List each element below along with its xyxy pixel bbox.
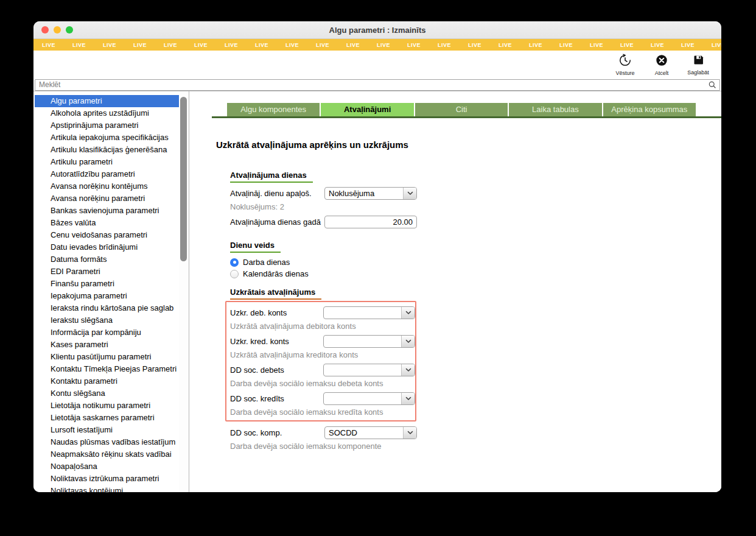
live-label: LIVE bbox=[125, 42, 155, 48]
sidebar-item[interactable]: EDI Parametri bbox=[35, 266, 179, 278]
sidebar-item[interactable]: Lursoft iestatījumi bbox=[35, 424, 179, 436]
account-field-label: DD soc. kredīts bbox=[230, 394, 323, 403]
account-select[interactable] bbox=[323, 306, 415, 319]
radio-calendar-days[interactable]: Kalendārās dienas bbox=[230, 269, 431, 278]
highlighted-fields-box: Uzkr. deb. konts Uzkrātā atvaļinājuma de… bbox=[225, 301, 416, 421]
sidebar-item[interactable]: Ieraksta rindu kārtošana pie saglab bbox=[35, 302, 179, 314]
save-floppy-icon bbox=[692, 54, 705, 69]
sidebar-item[interactable]: Noliktavas kontējumi bbox=[35, 485, 179, 492]
soc-component-select[interactable]: SOCDD bbox=[324, 426, 417, 439]
sidebar-item[interactable]: Klientu pasūtījumu parametri bbox=[35, 351, 179, 363]
search-bar bbox=[33, 79, 721, 91]
sidebar-item[interactable]: Kontaktu Tīmekļa Pieejas Parametri bbox=[35, 363, 179, 375]
chevron-down-icon bbox=[403, 188, 416, 199]
sidebar-item[interactable]: Noliktavas iztrūkuma parametri bbox=[35, 473, 179, 485]
tab[interactable]: Laika tabulas bbox=[509, 103, 601, 116]
account-select[interactable] bbox=[323, 392, 415, 405]
sidebar-item[interactable]: Lietotāja saskarnes parametri bbox=[35, 412, 179, 424]
days-per-year-label: Atvaļinājuma dienas gadā bbox=[230, 217, 324, 227]
sidebar-item[interactable]: Bankas savienojuma parametri bbox=[35, 205, 179, 217]
sidebar-item[interactable]: Neapmaksāto rēķinu skats vadībai bbox=[35, 448, 179, 460]
account-field-label: Uzkr. deb. konts bbox=[230, 308, 323, 317]
app-body: Algu parametri Alkohola aprites uzstādīj… bbox=[33, 91, 721, 492]
tab[interactable]: Algu komponentes bbox=[227, 103, 320, 116]
account-field-helper: Darba devēja sociālo iemaksu kredīta kon… bbox=[230, 407, 415, 417]
soc-component-label: DD soc. komp. bbox=[230, 428, 324, 437]
window-title: Algu parametri : Izmainīts bbox=[33, 26, 721, 35]
sidebar-item[interactable]: Finanšu parametri bbox=[35, 278, 179, 290]
account-field-helper: Uzkrātā atvaļinājuma debitora konts bbox=[230, 322, 415, 331]
main-panel: Algu komponentes Atvaļinājumi Citi Laika… bbox=[189, 91, 721, 492]
live-label: LIVE bbox=[703, 42, 721, 48]
tab[interactable]: Aprēķina kopsummas bbox=[603, 103, 696, 116]
section-title-accrued-vacation: Uzkrātais atvaļinājums bbox=[230, 287, 321, 300]
sidebar-item[interactable]: Kontu slēgšana bbox=[35, 387, 179, 400]
account-select[interactable] bbox=[323, 364, 415, 376]
traffic-lights bbox=[41, 26, 73, 34]
close-button[interactable] bbox=[41, 26, 49, 34]
chevron-down-icon bbox=[401, 307, 415, 319]
tab-strip: Algu komponentes Atvaļinājumi Citi Laika… bbox=[189, 103, 721, 118]
live-label: LIVE bbox=[155, 42, 186, 48]
chevron-down-icon bbox=[403, 427, 416, 439]
scrollbar-thumb[interactable] bbox=[180, 97, 187, 261]
days-per-year-input[interactable] bbox=[324, 216, 417, 228]
save-button-label: Saglabāt bbox=[687, 69, 709, 76]
sidebar-item[interactable]: Apstiprinājuma parametri bbox=[35, 119, 179, 132]
sidebar-item[interactable]: Lietotāja notikumu parametri bbox=[35, 400, 179, 412]
live-label: LIVE bbox=[94, 42, 125, 48]
sidebar-item[interactable]: Informācija par kompāniju bbox=[35, 326, 179, 339]
sidebar-list: Algu parametri Alkohola aprites uzstādīj… bbox=[33, 91, 179, 492]
form-content: Uzkrātā atvaļinājuma aprēķins un uzkrāju… bbox=[216, 139, 707, 451]
rounding-select[interactable]: Noklusējuma bbox=[324, 187, 417, 200]
minimize-button[interactable] bbox=[54, 26, 61, 34]
rounding-helper: Noklusējums: 2 bbox=[230, 202, 431, 211]
sidebar-item[interactable]: Kontaktu parametri bbox=[35, 375, 179, 387]
history-button-label: Vēsture bbox=[615, 70, 634, 76]
sidebar-item[interactable]: Artikulu parametri bbox=[35, 156, 179, 168]
sidebar-item[interactable]: Artikulu klasifikācijas ģenerēšana bbox=[35, 144, 179, 156]
search-input[interactable] bbox=[35, 79, 720, 91]
search-icon[interactable] bbox=[708, 80, 716, 91]
radio-unselected-icon[interactable] bbox=[230, 270, 239, 278]
sidebar-item[interactable]: Cenu veidošanas parametri bbox=[35, 229, 179, 241]
account-field-helper: Darba devēja sociālo iemaksu debeta kont… bbox=[230, 379, 415, 388]
sidebar-item[interactable]: Ierakstu slēgšana bbox=[35, 314, 179, 326]
account-field-group: DD soc. debets Darba devēja sociālo iema… bbox=[230, 364, 415, 388]
radio-working-days[interactable]: Darba dienas bbox=[230, 258, 431, 267]
field-rounding: Atvaļināj. dienu apaļoš. Noklusējuma bbox=[230, 187, 431, 200]
sidebar-item[interactable]: Avansa norēķinu parametri bbox=[35, 192, 179, 205]
sidebar-scrollbar bbox=[179, 91, 189, 492]
sidebar-item[interactable]: Noapaļošana bbox=[35, 460, 179, 473]
cancel-button[interactable]: Atcelt bbox=[647, 54, 676, 76]
sidebar-item[interactable]: Bāzes valūta bbox=[35, 217, 179, 229]
tab[interactable]: Atvaļinājumi bbox=[321, 103, 413, 116]
sidebar-item[interactable]: Algu parametri bbox=[35, 95, 179, 107]
radio-calendar-days-label: Kalendārās dienas bbox=[243, 269, 309, 278]
account-field-group: DD soc. kredīts Darba devēja sociālo iem… bbox=[230, 392, 415, 417]
sidebar-item[interactable]: Iepakojuma parametri bbox=[35, 290, 179, 302]
history-button[interactable]: Vēsture bbox=[611, 54, 640, 76]
radio-working-days-label: Darba dienas bbox=[243, 258, 290, 267]
tab[interactable]: Citi bbox=[415, 103, 508, 116]
sidebar-item[interactable]: Datuma formāts bbox=[35, 253, 179, 266]
cancel-circle-x-icon bbox=[655, 54, 668, 69]
account-field-label: DD soc. debets bbox=[230, 365, 323, 375]
account-select[interactable] bbox=[323, 335, 415, 348]
sidebar-item[interactable]: Artikula iepakojuma specifikācijas bbox=[35, 132, 179, 144]
sidebar-item[interactable]: Alkohola aprites uzstādījumi bbox=[35, 107, 179, 119]
sidebar-item[interactable]: Kases parametri bbox=[35, 339, 179, 351]
sidebar-item[interactable]: Datu ievades brīdinājumi bbox=[35, 241, 179, 253]
live-label: LIVE bbox=[33, 42, 64, 48]
account-field-group: Uzkr. kred. konts Uzkrātā atvaļinājuma k… bbox=[230, 335, 415, 359]
toolbar: Vēsture Atcelt Saglabāt bbox=[33, 51, 721, 79]
account-field-helper: Uzkrātā atvaļinājuma kreditora konts bbox=[230, 350, 415, 359]
live-label: LIVE bbox=[460, 42, 490, 48]
radio-selected-icon[interactable] bbox=[230, 258, 239, 267]
sidebar-item[interactable]: Autoratlīdzību parametri bbox=[35, 168, 179, 180]
sidebar-item[interactable]: Naudas plūsmas vadības iestatījum bbox=[35, 436, 179, 448]
zoom-button[interactable] bbox=[66, 26, 73, 34]
title-bar: Algu parametri : Izmainīts bbox=[33, 21, 721, 39]
sidebar-item[interactable]: Avansa norēķinu kontējums bbox=[35, 180, 179, 192]
save-button[interactable]: Saglabāt bbox=[684, 54, 713, 76]
